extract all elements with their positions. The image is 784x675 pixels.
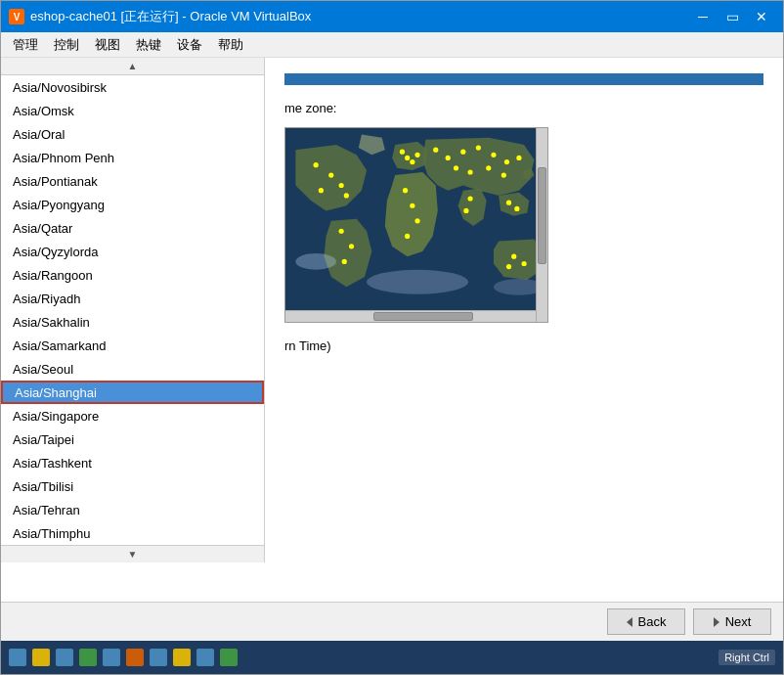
selected-timezone-label: rn Time) (284, 338, 763, 353)
timezone-item[interactable]: Asia/Shanghai (1, 381, 264, 404)
scroll-down-button[interactable]: ▼ (1, 545, 264, 562)
svg-point-1 (295, 253, 336, 270)
menu-hotkey[interactable]: 热键 (128, 34, 169, 56)
title-bar-left: V eshop-cache01 [正在运行] - Oracle VM Virtu… (9, 8, 311, 25)
window-controls: ─ ▭ ✕ (689, 7, 775, 26)
timezone-item[interactable]: Asia/Qyzylorda (1, 240, 264, 263)
svg-point-12 (400, 150, 405, 155)
menu-manage[interactable]: 管理 (5, 34, 46, 56)
timezone-item[interactable]: Asia/Pyongyang (1, 193, 264, 216)
maximize-button[interactable]: ▭ (719, 7, 746, 26)
timezone-item[interactable]: Asia/Tbilisi (1, 474, 264, 498)
svg-point-28 (501, 173, 506, 178)
svg-point-10 (349, 244, 354, 248)
svg-point-37 (506, 264, 511, 269)
title-bar: V eshop-cache01 [正在运行] - Oracle VM Virtu… (1, 1, 783, 32)
menu-control[interactable]: 控制 (46, 34, 87, 56)
back-arrow-icon (627, 617, 632, 627)
timezone-item[interactable]: Asia/Rangoon (1, 263, 264, 287)
svg-point-31 (467, 196, 472, 201)
timezone-item[interactable]: Asia/Riyadh (1, 287, 264, 310)
timezone-item[interactable]: Asia/Qatar (1, 216, 264, 240)
map-scrollbar-vertical[interactable] (536, 128, 547, 322)
svg-point-7 (319, 188, 324, 193)
world-map-svg (285, 128, 547, 322)
taskbar-icon-10[interactable] (220, 649, 238, 666)
app-icon: V (9, 9, 24, 24)
back-button[interactable]: Back (607, 608, 685, 635)
svg-point-23 (476, 145, 481, 150)
timezone-item[interactable]: Asia/Thimphu (1, 521, 264, 545)
section-label: me zone: (284, 101, 763, 115)
svg-point-32 (463, 208, 468, 213)
svg-point-19 (405, 234, 410, 239)
menu-devices[interactable]: 设备 (169, 34, 210, 56)
window-title: eshop-cache01 [正在运行] - Oracle VM Virtual… (30, 8, 311, 25)
taskbar-icon-8[interactable] (173, 649, 191, 666)
timezone-item[interactable]: Asia/Seoul (1, 357, 264, 381)
timezone-list[interactable]: Asia/NovokuznetskAsia/NovosibirskAsia/Om… (1, 75, 264, 545)
svg-point-35 (511, 254, 516, 259)
taskbar-icon-2[interactable] (32, 649, 50, 666)
timezone-item[interactable]: Asia/Taipei (1, 428, 264, 451)
timezone-item[interactable]: Asia/Oral (1, 122, 264, 146)
main-window: V eshop-cache01 [正在运行] - Oracle VM Virtu… (0, 0, 784, 675)
taskbar: Right Ctrl (1, 641, 783, 674)
timezone-list-panel: ▲ Asia/NovokuznetskAsia/NovosibirskAsia/… (1, 58, 265, 562)
svg-point-2 (367, 270, 468, 294)
timezone-item[interactable]: Asia/Singapore (1, 404, 264, 428)
svg-point-17 (410, 203, 414, 208)
taskbar-icon-6[interactable] (126, 649, 144, 666)
scroll-thumb-h[interactable] (373, 312, 473, 321)
svg-point-21 (446, 156, 451, 160)
timezone-item[interactable]: Asia/Sakhalin (1, 310, 264, 334)
timezone-item[interactable]: Asia/Phnom Penh (1, 146, 264, 169)
close-button[interactable]: ✕ (748, 7, 775, 26)
svg-point-25 (504, 159, 509, 164)
taskbar-icon-3[interactable] (56, 649, 73, 666)
svg-point-4 (314, 162, 319, 167)
timezone-item[interactable]: Asia/Omsk (1, 99, 264, 122)
scroll-up-button[interactable]: ▲ (1, 58, 264, 75)
back-label: Back (638, 614, 667, 629)
svg-point-24 (491, 153, 496, 158)
taskbar-icons (9, 649, 238, 666)
taskbar-right: Right Ctrl (719, 650, 775, 665)
svg-point-20 (433, 148, 438, 153)
timezone-map (284, 127, 548, 323)
svg-point-6 (339, 183, 344, 188)
timezone-item[interactable]: Asia/Novosibirsk (1, 75, 264, 99)
menu-bar: 管理 控制 视图 热键 设备 帮助 (1, 32, 783, 58)
timezone-item[interactable]: Asia/Samarkand (1, 334, 264, 357)
svg-point-26 (516, 156, 521, 160)
timezone-item[interactable]: Asia/Tehran (1, 498, 264, 521)
svg-point-30 (454, 165, 458, 170)
next-button[interactable]: Next (693, 608, 771, 635)
map-scrollbar-horizontal[interactable] (285, 310, 536, 322)
right-content-panel: me zone: (265, 58, 783, 602)
svg-point-14 (414, 153, 419, 158)
taskbar-icon-7[interactable] (150, 649, 167, 666)
scroll-thumb-v[interactable] (538, 167, 546, 264)
menu-view[interactable]: 视图 (87, 34, 128, 56)
svg-point-8 (344, 193, 349, 198)
svg-point-22 (460, 150, 465, 155)
taskbar-icon-5[interactable] (103, 649, 120, 666)
minimize-button[interactable]: ─ (689, 7, 717, 26)
svg-point-13 (405, 156, 410, 160)
taskbar-icon-9[interactable] (196, 649, 214, 666)
menu-help[interactable]: 帮助 (210, 34, 251, 56)
bottom-nav-bar: Back Next (1, 602, 783, 641)
main-content: ▲ Asia/NovokuznetskAsia/NovosibirskAsia/… (1, 58, 783, 602)
taskbar-icon-4[interactable] (79, 649, 97, 666)
next-arrow-icon (714, 617, 719, 627)
taskbar-icon-1[interactable] (9, 649, 26, 666)
svg-point-36 (522, 261, 527, 266)
svg-point-16 (403, 188, 408, 193)
timezone-item[interactable]: Asia/Pontianak (1, 169, 264, 193)
svg-point-18 (414, 218, 419, 223)
right-ctrl-label: Right Ctrl (719, 650, 775, 665)
svg-point-11 (342, 259, 347, 264)
svg-point-29 (467, 169, 472, 174)
timezone-item[interactable]: Asia/Tashkent (1, 451, 264, 474)
